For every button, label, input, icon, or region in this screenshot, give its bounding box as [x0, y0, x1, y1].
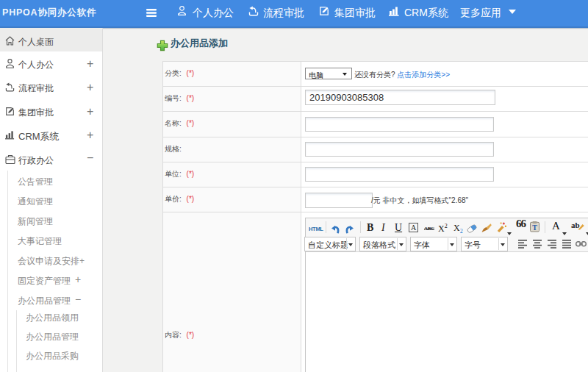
svg-text:T: T: [532, 223, 537, 232]
